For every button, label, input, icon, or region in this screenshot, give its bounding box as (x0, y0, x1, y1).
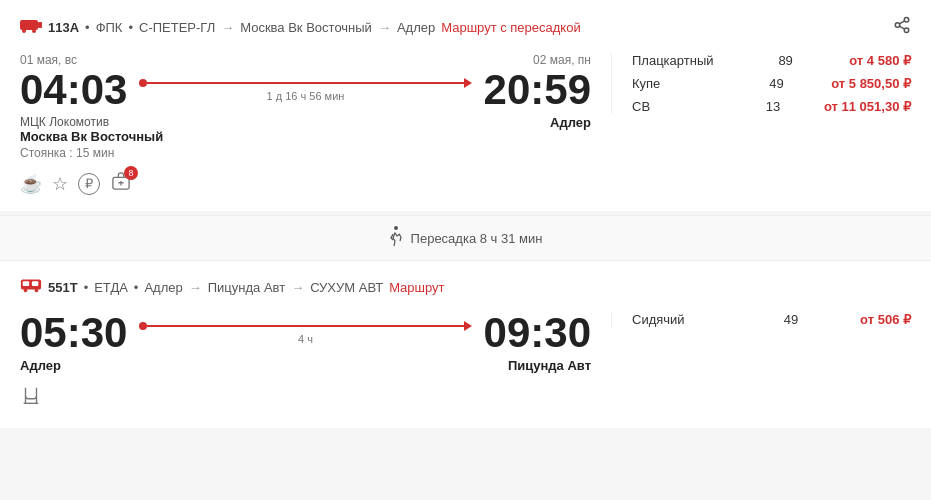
train-time-from: 04:03 (20, 69, 127, 111)
bus-route-header: 551Т • ЕТДА • Адлер → Пицунда Авт → СУХУ… (20, 277, 911, 298)
svg-rect-14 (23, 281, 29, 286)
bus-time-from: 05:30 (20, 312, 127, 354)
svg-point-5 (895, 23, 900, 28)
bus-icons-row (20, 385, 591, 412)
train-journey-line: 1 д 16 ч 56 мин (127, 78, 483, 102)
bus-station-from-name: Адлер (20, 358, 61, 373)
train-price-class-2: СВ (632, 99, 722, 114)
ruble-icon: ₽ (78, 173, 100, 195)
svg-point-17 (35, 289, 39, 293)
train-segment-card: 113А • ФПК • С-ПЕТЕР-ГЛ → Москва Вк Вост… (0, 0, 931, 211)
train-icon (20, 17, 42, 38)
bus-line (147, 325, 463, 327)
train-station-from-sub: МЦК Локомотив (20, 115, 163, 129)
bus-station-mid: Пицунда Авт (208, 280, 285, 295)
bus-arrow2: → (291, 280, 304, 295)
bus-icon (20, 277, 42, 298)
transfer-label: Пересадка 8 ч 31 мин (411, 231, 543, 246)
svg-rect-1 (38, 22, 42, 28)
bus-main-content: 05:30 4 ч 09:30 Адлер Пицунда Авт (20, 312, 911, 412)
train-prices-section: Плацкартный 89 от 4 580 ₽ Купе 49 от 5 8… (611, 53, 911, 114)
train-date-row: 01 мая, вс 02 мая, пн (20, 53, 591, 67)
train-arrow-right (464, 78, 472, 88)
bus-price-value-0: от 506 ₽ (860, 312, 911, 327)
luggage-count: 8 (124, 166, 138, 180)
bus-operator: ЕТДА (94, 280, 128, 295)
train-price-class-0: Плацкартный (632, 53, 722, 68)
train-stations-row: МЦК Локомотив Москва Вк Восточный Адлер (20, 115, 591, 144)
svg-point-2 (22, 29, 26, 33)
bus-journey-line: 4 ч (127, 321, 483, 345)
train-arrow1: → (221, 20, 234, 35)
train-from-station-block: МЦК Локомотив Москва Вк Восточный (20, 115, 163, 144)
bus-prices-section: Сидячий 49 от 506 ₽ (611, 312, 911, 327)
svg-point-12 (394, 226, 398, 230)
train-route-type-link[interactable]: Маршрут с пересадкой (441, 20, 581, 35)
food-icon: ☕ (20, 173, 42, 195)
bus-times-row: 05:30 4 ч 09:30 (20, 312, 591, 354)
train-price-value-2: от 11 051,30 ₽ (824, 99, 911, 114)
train-number: 113А (48, 20, 79, 35)
svg-rect-0 (20, 20, 38, 30)
train-station-to-name: Адлер (550, 115, 591, 144)
train-route-header: 113А • ФПК • С-ПЕТЕР-ГЛ → Москва Вк Вост… (20, 16, 911, 39)
bus-station-to-name: Пицунда Авт (508, 358, 591, 373)
svg-rect-15 (32, 281, 38, 286)
svg-line-7 (899, 26, 904, 29)
train-stopover: Стоянка : 15 мин (20, 146, 591, 160)
train-route-header-left: 113А • ФПК • С-ПЕТЕР-ГЛ → Москва Вк Вост… (20, 17, 581, 38)
bus-price-class-0: Сидячий (632, 312, 722, 327)
luggage-badge: 8 (110, 172, 132, 195)
svg-line-8 (899, 21, 904, 24)
svg-point-16 (24, 289, 28, 293)
train-operator-sep: • (85, 20, 90, 35)
train-date-from: 01 мая, вс (20, 53, 77, 67)
train-duration: 1 д 16 ч 56 мин (267, 90, 345, 102)
bus-route-type-link[interactable]: Маршрут (389, 280, 444, 295)
train-line (147, 82, 463, 84)
train-station-to: Адлер (397, 20, 435, 35)
bus-line-dots (139, 321, 471, 331)
train-journey-section: 01 мая, вс 02 мая, пн 04:03 1 д 16 ч 56 … (20, 53, 611, 195)
train-icons-row: ☕ ☆ ₽ 8 (20, 172, 591, 195)
train-time-to: 20:59 (484, 69, 591, 111)
bus-price-row-0[interactable]: Сидячий 49 от 506 ₽ (632, 312, 911, 327)
bus-arrow-right (464, 321, 472, 331)
svg-point-6 (904, 28, 909, 33)
train-station-from: С-ПЕТЕР-ГЛ (139, 20, 215, 35)
train-price-value-0: от 4 580 ₽ (849, 53, 911, 68)
bus-time-to: 09:30 (484, 312, 591, 354)
transfer-banner: Пересадка 8 ч 31 мин (0, 215, 931, 261)
share-icon[interactable] (893, 16, 911, 39)
svg-point-4 (904, 18, 909, 23)
train-price-count-0: 89 (771, 53, 801, 68)
train-times-row: 04:03 1 д 16 ч 56 мин 20:59 (20, 69, 591, 111)
bus-operator-sep: • (84, 280, 89, 295)
train-price-row-0[interactable]: Плацкартный 89 от 4 580 ₽ (632, 53, 911, 68)
train-price-row-2[interactable]: СВ 13 от 11 051,30 ₽ (632, 99, 911, 114)
bus-dot-left (139, 322, 147, 330)
bus-station-from: Адлер (144, 280, 182, 295)
bus-price-count-0: 49 (776, 312, 806, 327)
train-dot-left (139, 79, 147, 87)
train-date-to: 02 мая, пн (533, 53, 591, 67)
train-price-class-1: Купе (632, 76, 722, 91)
bus-route-header-left: 551Т • ЕТДА • Адлер → Пицунда Авт → СУХУ… (20, 277, 445, 298)
train-price-count-2: 13 (758, 99, 788, 114)
bus-arrow1: → (189, 280, 202, 295)
train-price-row-1[interactable]: Купе 49 от 5 850,50 ₽ (632, 76, 911, 91)
train-sep1: • (128, 20, 133, 35)
bookmark-icon: ☆ (52, 173, 68, 195)
bus-station-to: СУХУМ АВТ (310, 280, 383, 295)
train-station-from-name: Москва Вк Восточный (20, 129, 163, 144)
train-operator: ФПК (96, 20, 123, 35)
walk-icon (389, 226, 403, 250)
train-price-count-1: 49 (762, 76, 792, 91)
train-arrow2: → (378, 20, 391, 35)
bus-number: 551Т (48, 280, 78, 295)
bus-duration: 4 ч (298, 333, 313, 345)
bus-stations-row: Адлер Пицунда Авт (20, 358, 591, 373)
bus-sep1: • (134, 280, 139, 295)
bus-segment-card: 551Т • ЕТДА • Адлер → Пицунда Авт → СУХУ… (0, 261, 931, 428)
seat-icon (20, 385, 42, 412)
